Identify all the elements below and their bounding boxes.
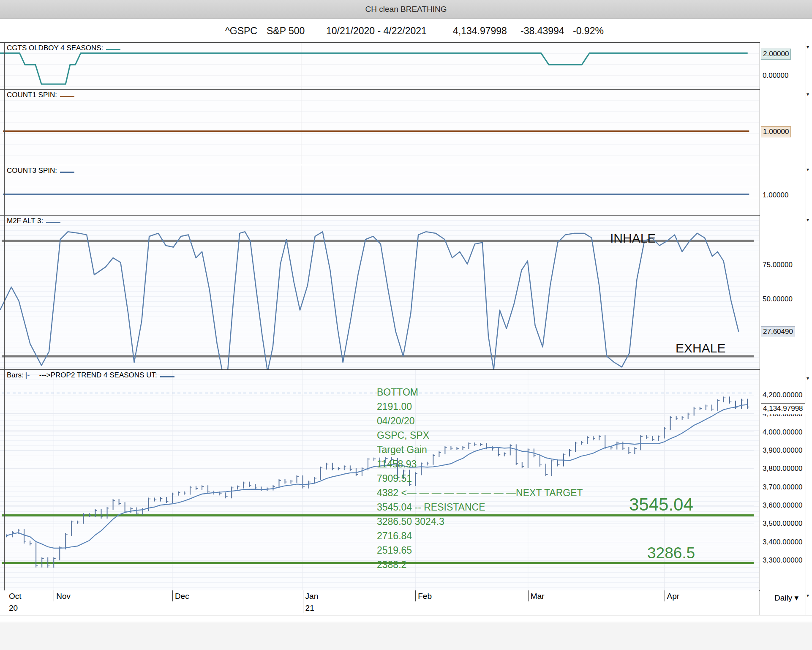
axis-value-label: 1.00000	[761, 190, 790, 200]
panel-menu-arrow[interactable]: ▾	[807, 375, 809, 381]
panel-count1-spin[interactable]: COUNT1 SPIN:	[0, 89, 759, 165]
annotation-line: 3545.04 -- RESISTANCE	[377, 500, 583, 514]
panel-label-m2f: M2F ALT 3:	[7, 217, 60, 225]
header-change-pct: -0.92%	[573, 25, 604, 37]
level-price-label: 3286.5	[647, 544, 695, 562]
window-titlebar[interactable]: CH clean BREATHING	[0, 0, 812, 19]
annotation-line: 2519.65	[377, 543, 583, 557]
x-axis-month: Nov	[56, 592, 71, 601]
axis-value-label: 4,134.97998	[761, 403, 805, 414]
time-axis[interactable]: Oct20NovDecJan21FebMarApr	[0, 590, 759, 615]
panel-label-bars: Bars:|- --->PROP2 TREND 4 SEASONS UT:	[7, 371, 174, 380]
count1-line-sample	[60, 91, 74, 97]
panel-m2f-alt3[interactable]: M2F ALT 3: INHALE EXHALE	[0, 215, 759, 369]
axis-value-label: 3,500.00000	[761, 519, 804, 529]
level-price-label: 3545.04	[629, 494, 693, 515]
count1-plot	[0, 89, 759, 165]
axis-value-label: 27.60490	[761, 326, 795, 337]
axis-value-label: 4,200.00000	[761, 390, 804, 400]
count3-line-sample	[60, 167, 74, 173]
chevron-down-icon: ▾	[795, 593, 799, 602]
panel-divider[interactable]	[0, 369, 812, 370]
x-axis-month: Feb	[418, 592, 432, 601]
annotation-line: 2716.84	[377, 529, 583, 543]
panel-menu-arrow[interactable]: ▾	[807, 217, 809, 223]
panel-menu-arrow[interactable]: ▾	[807, 91, 809, 97]
annotation-line: GSPC, SPX	[377, 428, 583, 442]
price-axis-column[interactable]: 2.000000.000001.000001.0000075.0000050.0…	[760, 42, 806, 615]
x-axis-month: Apr	[667, 592, 680, 601]
x-axis-month: Jan	[305, 592, 319, 601]
timeframe-label: Daily	[774, 593, 792, 602]
bar-style-sample: |-	[25, 371, 30, 379]
timeframe-selector[interactable]: Daily ▾	[774, 593, 798, 603]
axis-divider	[0, 615, 812, 615]
panel-menu-strip: ▾ ▾ ▾ ▾ ▾ ▾	[806, 42, 812, 615]
plot-left-border	[4, 42, 5, 615]
panel-label-count3: COUNT3 SPIN:	[7, 167, 74, 175]
count3-plot	[0, 165, 759, 215]
axis-value-label: 4,000.00000	[761, 427, 804, 437]
x-axis-month: Oct	[9, 592, 22, 601]
header-price: 4,134.97998	[453, 25, 507, 37]
axis-value-label: 50.00000	[761, 294, 794, 304]
panel-divider[interactable]	[0, 215, 812, 216]
header-name: S&P 500	[267, 25, 305, 37]
x-axis-year: 21	[305, 604, 314, 613]
panel-label-count1: COUNT1 SPIN:	[7, 91, 74, 99]
annotation-line: 7909.51	[377, 471, 583, 486]
panel-menu-arrow[interactable]: ▾	[807, 44, 809, 50]
quote-header: ^GSPC S&P 500 10/21/2020 - 4/22/2021 4,1…	[0, 19, 812, 42]
annotation-line: 2388.2	[377, 557, 583, 572]
axis-value-label: 2.00000	[761, 49, 791, 60]
axis-value-label: 3,300.00000	[761, 555, 804, 565]
panel-label-oldboy: CGTS OLDBOY 4 SEASONS:	[7, 44, 120, 52]
annotation-line: BOTTOM	[377, 385, 583, 399]
panel-menu-arrow[interactable]: ▾	[807, 167, 809, 172]
axis-value-label: 3,800.00000	[761, 464, 804, 474]
annotation-line: 2191.00	[377, 399, 583, 414]
panel-price-bars[interactable]: Bars:|- --->PROP2 TREND 4 SEASONS UT: BO…	[0, 369, 759, 590]
inhale-label: INHALE	[610, 231, 656, 246]
axis-value-label: 0.00000	[761, 71, 790, 81]
window-title: CH clean BREATHING	[365, 5, 447, 14]
x-axis-year: 20	[9, 604, 18, 613]
chart-annotations: BOTTOM2191.0004/20/20GSPC, SPXTarget Gai…	[377, 385, 583, 572]
panel-divider[interactable]	[0, 89, 812, 90]
x-axis-month: Mar	[531, 592, 545, 601]
panel-count3-spin[interactable]: COUNT3 SPIN:	[0, 165, 759, 215]
panel-divider[interactable]	[0, 165, 812, 165]
header-change: -38.43994	[520, 25, 564, 37]
axis-value-label: 3,900.00000	[761, 445, 804, 456]
charting-app-window: CH clean BREATHING ^GSPC S&P 500 10/21/2…	[0, 0, 812, 650]
axis-value-label: 3,400.00000	[761, 537, 804, 547]
header-symbol: ^GSPC	[225, 25, 257, 37]
bottom-toolbar	[0, 622, 812, 650]
exhale-label: EXHALE	[676, 341, 725, 355]
oldboy-line-sample	[106, 44, 120, 50]
axis-value-label: 1.00000	[761, 126, 791, 137]
annotation-line: Target Gain	[377, 442, 583, 457]
panel-divider	[0, 42, 812, 43]
prop2-line-sample	[160, 371, 174, 377]
annotation-line: 04/20/20	[377, 414, 583, 428]
m2f-line-sample	[46, 217, 60, 223]
axis-value-label: 3,700.00000	[761, 482, 804, 492]
x-axis-month: Dec	[175, 592, 189, 601]
annotation-line: 11458.93	[377, 457, 583, 471]
annotation-line: 4382 <— — — — — — — — —NEXT TARGET	[377, 486, 583, 500]
panel-cgts-oldboy[interactable]: CGTS OLDBOY 4 SEASONS:	[0, 42, 759, 89]
annotation-line: 3286.50 3024.3	[377, 514, 583, 529]
panel-menu-arrow[interactable]: ▾	[807, 593, 809, 598]
axis-value-label: 3,600.00000	[761, 500, 804, 511]
axis-value-label: 75.00000	[761, 260, 794, 270]
header-date-range: 10/21/2020 - 4/22/2021	[326, 25, 427, 37]
